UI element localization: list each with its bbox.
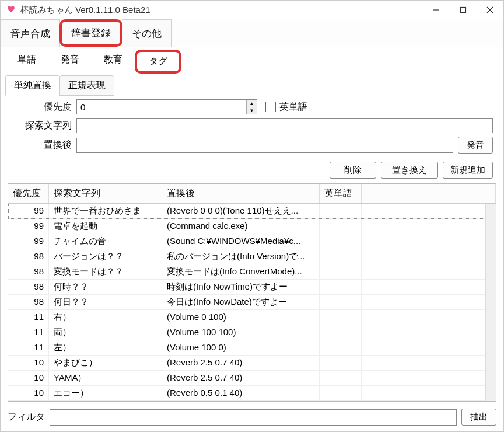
table-cell: [320, 325, 362, 340]
table-cell: [320, 356, 362, 370]
vertical-scrollbar[interactable]: [485, 204, 496, 401]
filter-label: フィルタ: [8, 411, 45, 423]
table-cell: (Sound C:¥WINDOWS¥Media¥c...: [162, 234, 320, 249]
english-checkbox-label: 英単語: [279, 101, 307, 113]
table-cell: [362, 219, 485, 234]
table-row[interactable]: 10YAMA）(Reverb 2.5 0.7 40): [8, 371, 485, 386]
table-cell: [362, 264, 485, 279]
table-row[interactable]: 98バージョンは？？私のバージョンは(Info Version)で...: [8, 249, 485, 264]
table-cell: [320, 280, 362, 294]
table-row[interactable]: 98変換モードは？？変換モードは(Info ConvertMode)...: [8, 264, 485, 280]
table-cell: [362, 204, 485, 218]
table-row[interactable]: 98何時？？時刻は(Info NowTime)ですよー: [8, 280, 485, 295]
window-title: 棒読みちゃん Ver0.1.11.0 Beta21: [20, 5, 423, 16]
table-cell: [320, 371, 362, 385]
table-cell: (Reverb 0.5 0.1 40): [162, 386, 320, 400]
table-cell: [320, 310, 362, 325]
table-cell: [320, 295, 362, 309]
minimize-button[interactable]: [423, 1, 450, 19]
table-row[interactable]: 11右）(Volume 0 100): [8, 310, 485, 325]
english-checkbox[interactable]: [265, 102, 276, 112]
pronounce-button[interactable]: 発音: [458, 137, 493, 154]
search-string-label: 探索文字列: [11, 120, 76, 132]
table-cell: [362, 249, 485, 264]
table-cell: 今日は(Info NowDate)ですよー: [162, 295, 320, 309]
table-cell: [320, 219, 362, 234]
priority-input[interactable]: [77, 100, 246, 114]
table-cell: 11: [8, 310, 49, 325]
priority-spinner[interactable]: ▲ ▼: [76, 99, 257, 114]
toolbar-tab[interactable]: その他: [122, 19, 172, 47]
table-cell: [362, 340, 485, 355]
spinner-down-icon[interactable]: ▼: [247, 107, 257, 114]
spinner-up-icon[interactable]: ▲: [247, 100, 257, 107]
col-search[interactable]: 探索文字列: [49, 184, 162, 203]
table-cell: 98: [8, 249, 49, 264]
toolbar-tab[interactable]: 辞書登録: [60, 19, 123, 47]
app-icon: [5, 4, 17, 16]
sub-tab[interactable]: タグ: [135, 50, 181, 74]
sub-tab[interactable]: 単語: [5, 50, 48, 74]
table-row[interactable]: 98何日？？今日は(Info NowDate)ですよー: [8, 295, 485, 310]
table-cell: [362, 280, 485, 294]
table-cell: 99: [8, 204, 49, 218]
mode-tab[interactable]: 正規表現: [60, 75, 114, 96]
table-cell: YAMA）: [49, 371, 162, 385]
table-cell: 両）: [49, 325, 162, 340]
form-area: 優先度 ▲ ▼ 英単語 探索文字列 置換後 発音: [1, 96, 503, 159]
maximize-button[interactable]: [450, 1, 477, 19]
table-cell: チャイムの音: [49, 234, 162, 249]
table-cell: [362, 371, 485, 385]
table-row[interactable]: 99チャイムの音(Sound C:¥WINDOWS¥Media¥c...: [8, 234, 485, 249]
toolbar-tab[interactable]: 音声合成: [1, 19, 60, 47]
col-replace[interactable]: 置換後: [162, 184, 320, 203]
titlebar: 棒読みちゃん Ver0.1.11.0 Beta21: [1, 1, 503, 19]
table-body: 99世界で一番おひめさま(Reverb 0 0 0)(Tone 110)せええ.…: [8, 204, 485, 401]
table-header: 優先度 探索文字列 置換後 英単語: [8, 184, 496, 204]
table-row[interactable]: 11両）(Volume 100 100): [8, 325, 485, 340]
table-cell: (Reverb 0 0 0)(Tone 110)せええ...: [162, 204, 320, 218]
add-new-button[interactable]: 新規追加: [443, 162, 493, 179]
table-cell: 11: [8, 325, 49, 340]
priority-label: 優先度: [11, 101, 76, 113]
table-cell: (Volume 0 100): [162, 310, 320, 325]
table-cell: [320, 234, 362, 249]
table-row[interactable]: 99世界で一番おひめさま(Reverb 0 0 0)(Tone 110)せええ.…: [8, 204, 485, 219]
table-cell: エコー）: [49, 386, 162, 400]
table-cell: 電卓を起動: [49, 219, 162, 234]
sub-tab[interactable]: 教育: [92, 50, 135, 74]
table-cell: [320, 264, 362, 279]
table-cell: 左）: [49, 340, 162, 355]
mode-tab[interactable]: 単純置換: [5, 75, 60, 96]
table-cell: 10: [8, 371, 49, 385]
svg-rect-1: [461, 8, 466, 13]
table-cell: 11: [8, 340, 49, 355]
replace-button[interactable]: 置き換え: [381, 162, 438, 179]
window-controls: [423, 1, 503, 19]
table-row[interactable]: 99電卓を起動(Command calc.exe): [8, 219, 485, 234]
extract-button[interactable]: 抽出: [461, 409, 496, 426]
table-cell: バージョンは？？: [49, 249, 162, 264]
table-cell: (Command calc.exe): [162, 219, 320, 234]
sub-tab[interactable]: 発音: [48, 50, 92, 74]
table-cell: やまびこ）: [49, 356, 162, 370]
filter-input[interactable]: [50, 409, 457, 426]
replace-input[interactable]: [76, 138, 453, 153]
mode-tabs: 単純置換正規表現: [1, 74, 503, 96]
close-button[interactable]: [477, 1, 503, 19]
table-cell: [362, 325, 485, 340]
table-cell: [320, 340, 362, 355]
sub-tabs: 単語発音教育タグ: [1, 47, 503, 74]
action-buttons: 削除 置き換え 新規追加: [1, 159, 503, 183]
table-cell: 98: [8, 280, 49, 294]
table-row[interactable]: 11左）(Volume 100 0): [8, 340, 485, 356]
table-row[interactable]: 10やまびこ）(Reverb 2.5 0.7 40): [8, 356, 485, 371]
table-cell: [320, 204, 362, 218]
delete-button[interactable]: 削除: [330, 162, 376, 179]
col-priority[interactable]: 優先度: [8, 184, 49, 203]
col-extra: [362, 184, 496, 203]
table-row[interactable]: 10エコー）(Reverb 0.5 0.1 40): [8, 386, 485, 401]
table-cell: 98: [8, 264, 49, 279]
col-english[interactable]: 英単語: [320, 184, 362, 203]
search-string-input[interactable]: [76, 118, 493, 133]
